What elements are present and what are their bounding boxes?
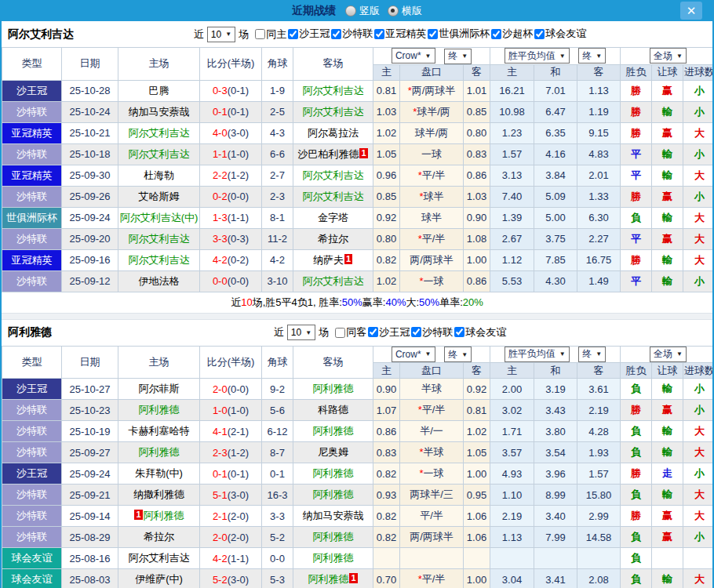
- final-odds-select-2[interactable]: 终▼: [578, 347, 606, 362]
- avg-away-odds: 2.99: [577, 506, 621, 527]
- early-odds-star-icon: *: [418, 404, 422, 416]
- league-filters: 沙王冠沙特联亚冠精英世俱洲际杯沙超杯球会友谊: [286, 27, 586, 42]
- final-odds-select[interactable]: 终▼: [444, 347, 472, 362]
- team-name-text: 杜海勒: [144, 169, 174, 181]
- summary-segment: 大:: [406, 296, 419, 310]
- handicap-odds-home: 0.82: [373, 506, 400, 527]
- handicap-line: *两/两球半: [400, 80, 464, 101]
- match-count-select[interactable]: 10▼: [207, 27, 235, 42]
- league-checkbox[interactable]: [374, 29, 384, 39]
- away-team: 阿利雅德: [293, 421, 373, 442]
- same-venue-checkbox[interactable]: [255, 29, 265, 39]
- team-name-text: 希拉尔: [144, 531, 174, 543]
- result-wdl: 負: [621, 379, 652, 400]
- summary-segment: 10: [241, 296, 252, 308]
- league-filter-label: 沙特联: [422, 325, 453, 339]
- corner-count: 8-7: [262, 442, 293, 463]
- league-checkbox[interactable]: [534, 29, 545, 39]
- league-filter[interactable]: 沙超杯: [490, 27, 533, 41]
- league-checkbox[interactable]: [491, 29, 501, 39]
- league-filter[interactable]: 球会友谊: [533, 27, 586, 41]
- same-venue-filter[interactable]: 同主: [253, 27, 286, 42]
- bookmaker-select[interactable]: Crow*▼: [392, 347, 435, 362]
- league-checkbox[interactable]: [428, 29, 438, 39]
- league-filter[interactable]: 沙特联: [410, 325, 453, 339]
- score: 4-0(3-0): [200, 122, 262, 143]
- col-type: 类型: [2, 48, 62, 81]
- result-goals: [683, 548, 714, 569]
- score: 2-1(2-0): [200, 506, 262, 527]
- handicap-odds-away: 1.01: [464, 80, 490, 101]
- close-button[interactable]: ✕: [680, 2, 702, 20]
- team-name-text: 伊地法格: [139, 275, 180, 287]
- match-row: 沙特联25-10-24纳加马安萘哉0-1(0-1)2-5阿尔艾利吉达1.03*球…: [2, 101, 714, 122]
- handicap-line: *平/半: [400, 165, 464, 186]
- col-odds-home: 主: [373, 363, 400, 379]
- result-goals: 小: [683, 400, 714, 421]
- avg-away-odds: 16.75: [577, 249, 621, 270]
- away-team: 纳加马安萘哉: [293, 506, 373, 527]
- layout-radio-1[interactable]: [388, 5, 399, 16]
- score: 2-0(2-0): [200, 527, 262, 548]
- team-name-text: 阿利雅德: [308, 573, 348, 585]
- col-result-goals: 进球数: [683, 64, 714, 80]
- handicap-line: 球半/两: [400, 122, 464, 143]
- league-type-badge: 沙特联: [2, 442, 62, 463]
- league-checkbox[interactable]: [288, 29, 298, 39]
- league-filter-label: 世俱洲际杯: [439, 27, 490, 41]
- league-filter[interactable]: 亚冠精英: [373, 27, 426, 41]
- league-filter[interactable]: 沙王冠: [286, 27, 330, 41]
- avg-odds-select[interactable]: 胜平负均值▼: [505, 48, 570, 64]
- col-home: 主场: [118, 48, 200, 81]
- handicap-line: 两/两球半: [400, 527, 464, 548]
- avg-draw-odds: 8.99: [534, 485, 577, 506]
- match-row: 亚冠精英25-10-21阿尔艾利吉达4-0(3-0)4-3阿尔葛拉法1.02球半…: [2, 122, 714, 143]
- home-team: 阿尔艾利吉达: [118, 122, 200, 143]
- same-venue-filter[interactable]: 同客: [333, 325, 366, 339]
- bookmaker-select[interactable]: Crow*▼: [392, 48, 435, 64]
- fulltime-score: 0-3: [213, 85, 228, 96]
- league-type-badge: 沙特联: [2, 421, 62, 442]
- avg-odds-select[interactable]: 胜平负均值▼: [505, 347, 570, 362]
- early-odds-star-icon: *: [419, 191, 423, 202]
- final-odds-select[interactable]: 终▼: [444, 49, 472, 64]
- same-venue-checkbox[interactable]: [335, 328, 345, 338]
- team-name-text: 纳撒利雅德: [133, 488, 184, 500]
- result-handicap: [652, 548, 683, 569]
- handicap-odds-away: 0.80: [464, 122, 490, 143]
- league-checkbox[interactable]: [368, 327, 378, 337]
- league-checkbox[interactable]: [454, 327, 464, 337]
- home-team: 伊地法格: [118, 270, 200, 292]
- team-name-text: 阿尔艾利吉达: [129, 233, 190, 245]
- handicap-odds-away: 1.00: [464, 463, 490, 485]
- league-filter[interactable]: 沙王冠: [366, 325, 410, 339]
- match-row: 沙特联25-09-26艾哈斯姆0-2(0-0)2-3阿尔艾利吉达0.85*球半1…: [2, 186, 714, 207]
- final-odds-select-2[interactable]: 终▼: [578, 48, 606, 64]
- avg-home-odds: 2.67: [490, 228, 534, 249]
- handicap-odds-home: 0.82: [373, 527, 400, 548]
- corner-count: 6-12: [262, 421, 293, 442]
- avg-away-odds: 2.27: [577, 228, 621, 249]
- league-filter[interactable]: 球会友谊: [453, 325, 506, 339]
- score: 0-3(0-1): [200, 80, 262, 101]
- league-filter[interactable]: 世俱洲际杯: [426, 27, 490, 41]
- team-name-text: 阿利雅德: [313, 383, 354, 394]
- summary-segment: 50%: [342, 296, 362, 308]
- handicap-odds-home: 1.02: [373, 270, 400, 292]
- avg-away-odds: 2.19: [577, 400, 621, 421]
- corner-count: 2-7: [262, 165, 293, 186]
- scope-select[interactable]: 全场▼: [650, 48, 687, 64]
- matches-label: 场: [319, 325, 329, 339]
- chevron-down-icon: ▼: [425, 350, 432, 358]
- scope-select[interactable]: 全场▼: [650, 347, 687, 362]
- avg-away-odds: 3.61: [577, 379, 621, 400]
- league-checkbox[interactable]: [411, 327, 421, 337]
- score: 0-1(0-1): [200, 463, 262, 485]
- league-checkbox[interactable]: [331, 29, 341, 39]
- score: 3-3(0-3): [200, 228, 262, 249]
- team-name-text: 阿利雅德: [139, 446, 180, 458]
- league-filter[interactable]: 沙特联: [330, 27, 373, 41]
- layout-radio-0[interactable]: [345, 5, 356, 16]
- match-count-select[interactable]: 10▼: [287, 325, 315, 340]
- avg-away-odds: 14.58: [577, 527, 621, 548]
